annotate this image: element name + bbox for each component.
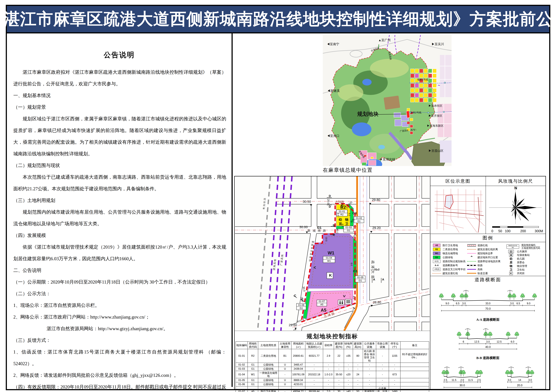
map-label: ▶至赤坎区 bbox=[429, 104, 442, 107]
table-cell: 医疗卫生用地 bbox=[258, 386, 279, 392]
map-label: C bbox=[301, 298, 303, 301]
outer-frame: 《湛江市麻章区疏港大道西侧新城南路沿线地块控制性详细规划》方案批前公告 公告说明… bbox=[6, 5, 550, 390]
notice-paragraph: 2、网络公示：湛江市政府门户网站：http://www.zhanjiang.go… bbox=[13, 311, 226, 323]
map-label: G1 bbox=[317, 226, 321, 229]
notice-paragraph: 湛江市自然资源局网站：http://www.gtzyj.zhanjiang.go… bbox=[13, 323, 226, 334]
facility-boxchar-symbol: ≣ bbox=[509, 253, 513, 257]
section-dim: 2.0 bbox=[460, 378, 464, 381]
map-label: ◀至海口 bbox=[327, 134, 339, 138]
legend-item: ↗R15道路交叉口转弯半径 bbox=[432, 267, 467, 271]
legend-line-symbol bbox=[467, 249, 476, 250]
scale-bar: 0 50 100 200 300M bbox=[491, 226, 543, 233]
legend-line-symbol bbox=[467, 269, 476, 270]
map-label: 8.0 bbox=[351, 263, 353, 266]
table-cell: - bbox=[363, 363, 376, 367]
table-cell: - bbox=[363, 367, 376, 371]
table-cell: W1 bbox=[248, 371, 258, 378]
map-label: 地铁1号线 bbox=[417, 78, 428, 81]
plot-code-text: R2 bbox=[340, 213, 343, 216]
legend-line-symbol bbox=[467, 253, 476, 254]
table-cell: 100761.09 bbox=[291, 371, 305, 378]
windrose-cell: N 0 50 100 200 bbox=[486, 186, 546, 234]
legend-item: 物物业管理 bbox=[506, 264, 545, 268]
legend-item-label: 道路断面标号 bbox=[443, 264, 458, 267]
map-label: 8.0 bbox=[341, 224, 344, 227]
section-dim: 9.0 bbox=[527, 302, 530, 305]
public-toilet-icon bbox=[508, 250, 514, 253]
table-cell: - bbox=[305, 363, 323, 367]
table-cell: 50 bbox=[353, 386, 363, 392]
road-section-svg: 9.06.53.033.03.06.59.070.0 bbox=[435, 288, 541, 317]
landuse-swatch: G1 bbox=[433, 256, 440, 259]
table-cell: - bbox=[363, 378, 376, 382]
landuse-swatch: W1 bbox=[433, 252, 440, 255]
legend-item: ⌃建议地块开口位置 bbox=[467, 255, 506, 259]
page-title: 《湛江市麻章区疏港大道西侧新城南路沿线地块控制性详细规划》方案批前公告 bbox=[0, 8, 555, 30]
section-total: 20.0 bbox=[517, 384, 522, 387]
legend-item-label: 建筑后退红线 bbox=[443, 272, 458, 275]
legend-item-label: 道路红线 bbox=[477, 244, 488, 247]
table-header-cell: 土地使用兼容性 bbox=[279, 341, 291, 349]
scale-label: 300M bbox=[535, 229, 543, 233]
table-cell: 01-05 bbox=[236, 378, 248, 382]
facility-char-symbol: 卫 bbox=[510, 268, 512, 272]
legend-item-label: 高铁 bbox=[477, 268, 483, 271]
panel-maps-row: N 0 50 100 200 bbox=[430, 186, 546, 234]
map-label: B bbox=[333, 233, 335, 236]
section-dim: 3.0 bbox=[486, 340, 490, 343]
table-cell: - bbox=[353, 363, 363, 367]
map-label: 幼 bbox=[339, 218, 342, 221]
table-header-cell: 土地使用性质 bbox=[258, 341, 279, 349]
table-header-cell: 用地面积(㎡) bbox=[291, 341, 305, 349]
table-cell: ≥35 bbox=[344, 349, 353, 363]
metro-symbol bbox=[467, 273, 476, 274]
table-cell: 一类物流仓储用地 bbox=[258, 371, 279, 378]
notice-paragraph: 规划区域位于湛江市区西侧，隶属于麻章区麻章镇，随着湛江市城镇化进程的推进以及中心… bbox=[13, 113, 226, 160]
notice-paragraph: （四）发展规模 bbox=[13, 229, 226, 241]
table-cell: 8869.34 bbox=[291, 378, 305, 382]
railway-symbol bbox=[467, 265, 476, 266]
rose-north-label: N bbox=[514, 186, 517, 190]
legend-item-label: 幼儿园 bbox=[517, 257, 525, 260]
legend-item-label: 物业管理 bbox=[517, 264, 527, 268]
map-label: 29.20 bbox=[372, 226, 381, 230]
table-cell: - bbox=[389, 378, 401, 382]
table-cell: - bbox=[344, 367, 353, 371]
location-sketch-svg bbox=[430, 186, 486, 233]
map-label: B bbox=[333, 224, 335, 227]
legend-line-symbol bbox=[467, 261, 476, 262]
public-toilet-icon bbox=[338, 300, 344, 305]
map-label: 30.00 bbox=[299, 225, 308, 229]
table-cell: 01-02 bbox=[236, 363, 248, 367]
section-dim: 6 bbox=[463, 340, 464, 343]
legend-item-label: 道路交叉口转弯半径 bbox=[443, 268, 466, 271]
notice-paragraph: 1、信函反馈：湛江市体育北路15号湛江商务大厦十楼湛江市自然资源局规划管理科 （… bbox=[13, 346, 226, 370]
notice-paragraph: （二）公示方法： bbox=[13, 288, 226, 300]
table-cell bbox=[400, 382, 429, 386]
section-dim: 6.5 bbox=[456, 302, 460, 305]
section-dim: 3.0 bbox=[462, 302, 466, 305]
table-cell: - bbox=[363, 382, 376, 386]
plot-code-sample: NHZX-01-01R2 bbox=[506, 244, 519, 249]
table-cell: 2439.04 bbox=[291, 367, 305, 371]
scale-label: 0 bbox=[491, 229, 493, 233]
map-label: ▶至开发区 bbox=[429, 114, 442, 117]
legend-item: G1公园绿地 bbox=[432, 255, 467, 259]
table-cell: U bbox=[279, 367, 291, 371]
legend-item: W1物流仓储用地 bbox=[432, 251, 467, 255]
table-cell: - bbox=[334, 382, 344, 386]
section-dim: 6.5 bbox=[517, 302, 520, 305]
map-label: A bbox=[373, 278, 375, 281]
facility-char-symbol: 居 bbox=[510, 260, 512, 264]
overview-map-svg: ◀至南宁▲至广州▶至吴川◀至遂溪◀至海口▼至湖光镇▶至霞山区▶至海东新区▶至开发… bbox=[323, 35, 452, 166]
map-label: ▼至湖光镇 bbox=[380, 158, 395, 161]
map-label: ◀至南宁 bbox=[327, 42, 339, 46]
table-cell: 4233.01 bbox=[291, 382, 305, 386]
table-cell: 公园绿地 bbox=[258, 363, 279, 367]
legend-item: 居居委会 bbox=[506, 260, 545, 264]
facility-char-symbol: 物 bbox=[510, 264, 512, 268]
notice-paragraph: 规划范围内的城市建设用地有居住用地、公共管理与公共服务设施用地、道路与交通设施用… bbox=[13, 206, 226, 229]
windrose-title: 风玫瑰与比例尺 bbox=[486, 176, 546, 186]
map-label: G1 bbox=[352, 211, 357, 215]
table-row: 01-07A5医疗卫生用地-49594.7299189.442.030≥4050… bbox=[236, 386, 429, 392]
